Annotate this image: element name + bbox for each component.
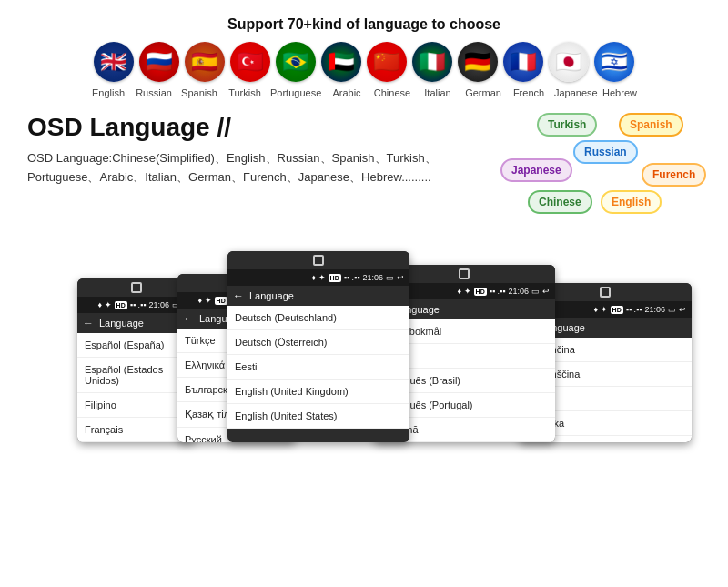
back-arrow[interactable]: ←	[83, 317, 94, 329]
panels-area: ♦ ✦ HD ▪▪ .▪▪ 21:06 ▭ ↩ ← Language Españ…	[27, 233, 701, 451]
bubble-chinese: Chinese	[528, 190, 592, 214]
flag-hebrew: 🇮🇱	[594, 42, 634, 82]
list-item[interactable]: English (United States)	[228, 404, 410, 429]
panel2-status: ♦ ✦ HD ▪▪ .▪▪ 21:06 ▭ ↩	[228, 269, 410, 286]
list-item[interactable]: Deutsch (Deutschland)	[228, 306, 410, 330]
flag-french: 🇫🇷	[503, 42, 543, 82]
flag-portuguese: 🇧🇷	[276, 42, 316, 82]
hd-badge-4: HD	[474, 288, 487, 296]
label-row: English Russian Spanish Turkish Portugue…	[27, 87, 701, 98]
panel2-list: Deutsch (Deutschland) Deutsch (Österreic…	[228, 306, 410, 429]
panel2-nav: ← Language	[228, 286, 410, 306]
home-icon-3	[313, 255, 324, 266]
hd-badge: HD	[115, 301, 127, 309]
lang-label-spanish: Spanish	[179, 87, 219, 98]
lang-label-german: German	[463, 87, 503, 98]
flag-german: 🇩🇪	[458, 42, 498, 82]
bubble-russian: Russian	[573, 140, 638, 164]
lang-label-chinese: Chinese	[372, 87, 412, 98]
panel2-home	[228, 251, 410, 269]
lang-label-arabic: Arabic	[327, 87, 367, 98]
back-arrow-3[interactable]: ←	[233, 289, 244, 302]
flag-arabic: 🇦🇪	[321, 42, 361, 82]
bubble-english: English	[601, 190, 662, 214]
flag-english: 🇬🇧	[94, 42, 134, 82]
lang-label-turkish: Turkish	[225, 87, 265, 98]
home-icon	[131, 282, 142, 293]
lang-label-hebrew: Hebrew	[600, 87, 640, 98]
flag-turkish: 🇹🇷	[230, 42, 270, 82]
home-icon-4	[459, 268, 470, 279]
osd-left: OSD Language // OSD Language:Chinese(Sim…	[27, 113, 482, 222]
osd-title: OSD Language //	[27, 113, 482, 142]
flag-japanese: 🇯🇵	[549, 42, 589, 82]
flag-italian: 🇮🇹	[412, 42, 452, 82]
flag-chinese: 🇨🇳	[367, 42, 407, 82]
lang-label-english: English	[88, 87, 128, 98]
hd-badge-3: HD	[329, 274, 341, 282]
bubble-turkish: Turkish	[537, 113, 597, 137]
flag-row: 🇬🇧 🇷🇺 🇪🇸 🇹🇷 🇧🇷 🇦🇪 🇨🇳 🇮🇹 🇩🇪 🇫🇷 🇯🇵 🇮🇱	[27, 42, 701, 82]
lang-label-portuguese: Portuguese	[270, 87, 321, 98]
list-item[interactable]: Deutsch (Österreich)	[228, 330, 410, 355]
panel1-nav-title: Language	[99, 318, 144, 329]
hd-badge-2: HD	[215, 297, 228, 305]
back-arrow-2[interactable]: ←	[183, 312, 194, 325]
lang-label-japanese: Japanese	[554, 87, 594, 98]
osd-bubbles: Turkish Spanish Russian Japanese Furench…	[500, 113, 701, 222]
lang-label-russian: Russian	[134, 87, 174, 98]
lang-label-french: French	[509, 87, 549, 98]
panel-2: ♦ ✦ HD ▪▪ .▪▪ 21:06 ▭ ↩ ← Language Deuts…	[228, 251, 410, 442]
hd-badge-5: HD	[611, 306, 623, 314]
list-item[interactable]: Eesti	[228, 355, 410, 380]
osd-desc: OSD Language:Chinese(Simplified)、English…	[27, 149, 482, 187]
bubble-furench: Furench	[642, 163, 706, 187]
bubble-spanish: Spanish	[619, 113, 683, 137]
panel2-nav-title: Language	[249, 290, 294, 301]
lang-label-italian: Italian	[418, 87, 458, 98]
main-container: Support 70+kind of language to choose 🇬🇧…	[0, 0, 728, 587]
header-title: Support 70+kind of language to choose	[27, 16, 701, 33]
flag-russian: 🇷🇺	[139, 42, 179, 82]
flag-spanish: 🇪🇸	[185, 42, 225, 82]
list-item[interactable]: English (United Kingdom)	[228, 380, 410, 404]
osd-section: OSD Language // OSD Language:Chinese(Sim…	[27, 113, 701, 222]
home-icon-5	[600, 287, 611, 298]
bubble-japanese: Japanese	[500, 158, 572, 182]
